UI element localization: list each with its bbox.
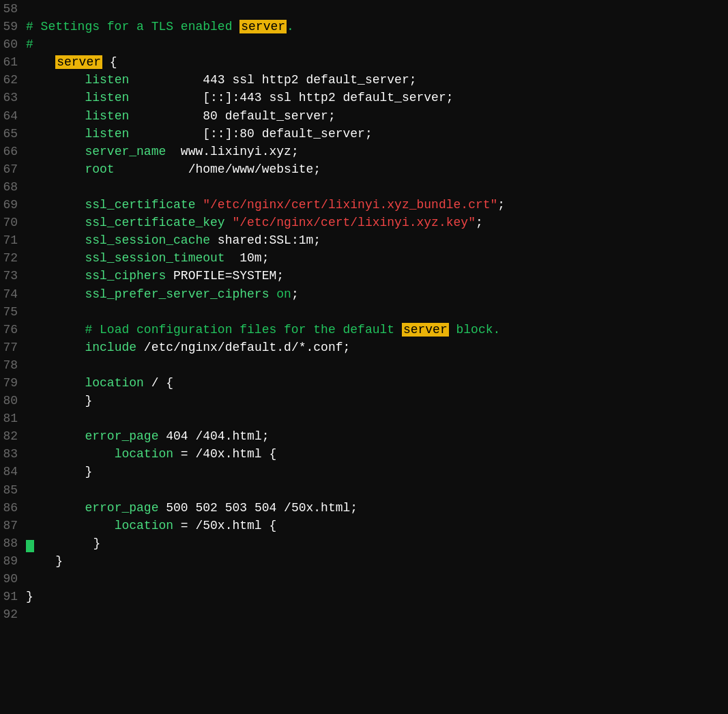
token: 500 502 503 504 /50x.html; [158,501,358,515]
line-number: 83 [0,445,26,463]
token: listen [85,73,129,87]
line-content: listen 80 default_server; [26,107,728,125]
token: 443 ssl http2 default_server; [129,73,416,87]
line-number: 89 [0,552,26,570]
token: block. [449,323,501,337]
code-line: 73 ssl_ciphers PROFILE=SYSTEM; [0,267,728,285]
code-line: 65 listen [::]:80 default_server; [0,125,728,143]
line-number: 91 [0,588,26,605]
token: { [102,55,117,69]
highlighted-word: server [402,323,449,337]
code-line: 89 } [0,552,728,570]
token [26,447,115,461]
token: "/etc/nginx/cert/lixinyi.xyz_bundle.crt" [203,198,497,212]
token [26,501,85,515]
line-content: ssl_session_cache shared:SSL:1m; [26,231,728,249]
line-content: include /etc/nginx/default.d/*.conf; [26,339,728,356]
token: location [115,447,173,461]
line-number: 92 [0,605,26,623]
code-line: 77 include /etc/nginx/default.d/*.conf; [0,339,728,356]
token [26,162,85,176]
token [26,519,115,532]
token: } [55,554,63,568]
line-content [26,356,728,374]
token: ; [476,216,483,229]
token: } [85,465,92,479]
token: error_page [85,501,158,515]
line-content: root /home/www/website; [26,160,728,178]
code-line: 91} [0,588,728,605]
token: location [85,376,143,390]
line-content: } [26,552,728,570]
line-content: } [26,588,728,605]
code-line: 67 root /home/www/website; [0,160,728,178]
line-number: 74 [0,285,26,303]
line-content: listen [::]:80 default_server; [26,125,728,143]
line-number: 79 [0,374,26,392]
token [195,198,203,212]
token: ; [497,198,505,212]
highlighted-word: server [239,20,287,33]
line-content: } [26,534,728,552]
token [26,287,85,301]
line-content: ssl_certificate "/etc/nginx/cert/lixinyi… [26,196,728,214]
line-content: ssl_ciphers PROFILE=SYSTEM; [26,267,728,285]
line-number: 71 [0,231,26,249]
token: } [93,537,100,550]
token: ssl_certificate [85,198,195,212]
code-line: 81 [0,410,728,427]
token: error_page [85,429,158,443]
line-content: # [26,35,728,53]
token [26,323,85,337]
line-content: } [26,463,728,481]
line-content: location = /40x.html { [26,445,728,463]
code-line: 60# [0,35,728,53]
token: PROFILE=SYSTEM; [166,269,284,283]
line-content: error_page 500 502 503 504 /50x.html; [26,499,728,517]
line-number: 76 [0,321,26,339]
line-content [26,570,728,588]
line-content [26,605,728,623]
token [26,341,85,354]
line-number: 86 [0,499,26,517]
line-content: # Load configuration files for the defau… [26,321,728,339]
token: on [276,287,291,301]
token [26,91,85,104]
token: } [26,590,33,603]
line-number: 73 [0,267,26,285]
code-line: 58 [0,0,728,18]
line-number: 64 [0,107,26,125]
token: ssl_certificate_key [85,216,224,229]
line-number: 84 [0,463,26,481]
line-number: 90 [0,570,26,588]
line-content: error_page 404 /404.html; [26,427,728,445]
line-number: 85 [0,481,26,499]
token: . [287,20,294,33]
token: root [85,162,114,176]
token: ; [291,287,299,301]
token [26,429,85,443]
line-number: 78 [0,356,26,374]
token: shared:SSL:1m; [210,233,321,247]
code-line: 62 listen 443 ssl http2 default_server; [0,71,728,89]
code-line: 80 } [0,392,728,410]
token: [::]:443 ssl http2 default_server; [129,91,453,104]
code-line: 84 } [0,463,728,481]
token: [::]:80 default_server; [129,127,372,141]
code-line: 68 [0,178,728,196]
line-content: server { [26,53,728,71]
token [26,233,85,247]
token: 80 default_server; [129,109,335,123]
cursor [26,540,34,552]
token: ssl_session_timeout [85,251,224,265]
token: /etc/nginx/default.d/*.conf; [136,341,350,354]
token: 10m; [225,251,270,265]
code-line: 92 [0,605,728,623]
line-content [26,481,728,499]
line-content [26,303,728,321]
line-content [26,410,728,427]
line-number: 58 [0,0,26,18]
token [26,73,85,87]
line-content [26,0,728,18]
token [26,251,85,265]
